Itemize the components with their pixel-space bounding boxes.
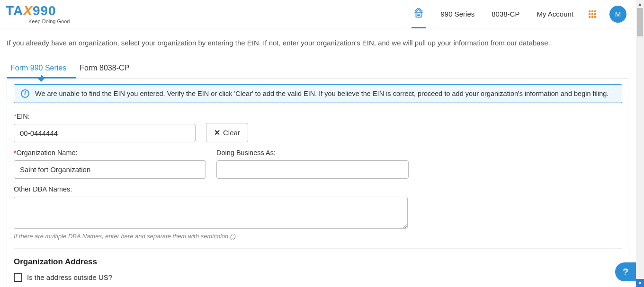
outside-us-checkbox[interactable] <box>14 273 22 282</box>
help-button[interactable]: ? <box>615 262 636 281</box>
header: TAX990 Keep Doing Good 990 Series 8038-C… <box>0 0 636 28</box>
nav-8038-cp[interactable]: 8038-CP <box>490 1 521 26</box>
nav-990-series[interactable]: 990 Series <box>439 1 477 26</box>
alert-ein-not-found: i We are unable to find the EIN you ente… <box>14 84 622 103</box>
clear-button[interactable]: ✕ Clear <box>206 123 248 142</box>
ein-input[interactable] <box>14 124 196 142</box>
clear-label: Clear <box>223 129 240 137</box>
alert-message: We are unable to find the EIN you entere… <box>35 90 608 97</box>
form-panel: i We are unable to find the EIN you ente… <box>7 78 629 287</box>
logo-tagline: Keep Doing Good <box>28 18 70 24</box>
other-dba-textarea[interactable] <box>14 197 408 229</box>
top-nav: 990 Series 8038-CP My Account M <box>411 0 626 28</box>
svg-rect-0 <box>416 13 421 17</box>
scrollbar-thumb[interactable] <box>637 8 643 36</box>
nav-my-account[interactable]: My Account <box>535 1 575 26</box>
other-dba-label: Other DBA Names: <box>14 185 622 193</box>
tabs: Form 990 Series Form 8038-CP <box>7 59 629 78</box>
org-name-input[interactable] <box>14 160 206 179</box>
home-icon <box>413 8 424 18</box>
scroll-up-icon[interactable]: ▲ <box>636 0 644 8</box>
other-dba-hint: If there are multiple DBA Names, enter h… <box>14 233 622 240</box>
org-address-title: Organization Address <box>14 257 622 267</box>
tab-form-8038-cp[interactable]: Form 8038-CP <box>76 59 139 78</box>
ein-label: *EIN: <box>14 113 196 120</box>
dba-input[interactable] <box>216 160 409 179</box>
org-name-label: *Organization Name: <box>14 149 206 157</box>
info-icon: i <box>21 89 29 98</box>
tab-label: Form 990 Series <box>10 64 66 72</box>
close-icon: ✕ <box>214 128 220 137</box>
apps-icon[interactable] <box>589 10 596 18</box>
scrollbar[interactable]: ▲ ▼ <box>636 0 644 287</box>
logo[interactable]: TAX990 Keep Doing Good <box>6 4 70 24</box>
avatar[interactable]: M <box>609 6 626 23</box>
divider <box>14 248 622 249</box>
dba-label: Doing Business As: <box>216 149 409 157</box>
logo-text: TAX990 <box>6 4 56 17</box>
outside-us-label[interactable]: Is the address outside US? <box>27 273 112 281</box>
tab-form-990-series[interactable]: Form 990 Series <box>7 59 76 78</box>
scroll-down-icon[interactable]: ▼ <box>636 279 644 287</box>
intro-text: If you already have an organization, sel… <box>7 38 629 49</box>
nav-home[interactable] <box>411 0 426 28</box>
